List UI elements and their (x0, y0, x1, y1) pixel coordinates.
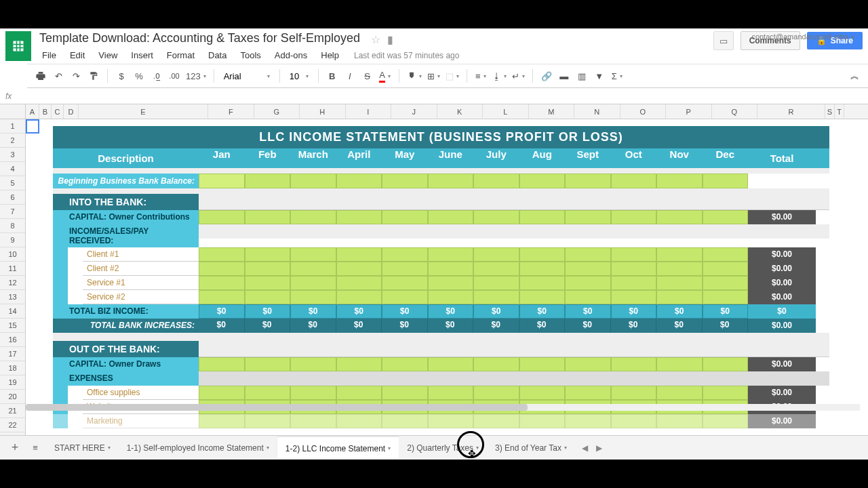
cell[interactable] (473, 174, 519, 188)
row-header-22[interactable]: 22 (0, 418, 25, 432)
filter-icon[interactable]: ▼ (591, 67, 608, 85)
cell[interactable] (703, 262, 749, 276)
cell[interactable] (565, 276, 611, 290)
column-header-M[interactable]: M (529, 104, 575, 119)
redo-icon[interactable]: ↷ (68, 67, 84, 85)
cell[interactable] (428, 386, 474, 400)
active-cell-a1[interactable] (26, 119, 39, 134)
row-header-4[interactable]: 4 (0, 162, 25, 176)
cell[interactable] (245, 210, 291, 224)
print-icon[interactable] (33, 67, 49, 85)
column-header-T[interactable]: T (835, 104, 844, 119)
cell[interactable] (245, 414, 291, 428)
cell[interactable] (473, 386, 519, 400)
cell[interactable] (656, 414, 703, 428)
cell[interactable] (656, 276, 703, 290)
row-header-19[interactable]: 19 (0, 375, 25, 390)
row-header-6[interactable]: 6 (0, 190, 25, 205)
cell[interactable]: $0 (473, 319, 519, 333)
cell[interactable] (611, 386, 657, 400)
cell[interactable]: $0 (565, 304, 611, 319)
borders-icon[interactable]: ⊞ (425, 67, 442, 85)
cell[interactable] (382, 414, 428, 428)
cell[interactable] (611, 174, 657, 188)
cell[interactable] (565, 290, 611, 304)
cell[interactable] (245, 290, 291, 304)
cell[interactable] (703, 276, 749, 290)
menu-help[interactable]: Help (315, 49, 344, 62)
cell[interactable] (656, 247, 703, 262)
cell[interactable]: $0 (290, 304, 336, 319)
column-header-S[interactable]: S (825, 104, 835, 119)
menu-data[interactable]: Data (203, 49, 232, 62)
text-color-icon[interactable]: A (377, 67, 393, 85)
column-header-J[interactable]: J (391, 104, 437, 119)
cell[interactable] (199, 414, 245, 428)
cell[interactable] (656, 290, 703, 304)
sheet-tab[interactable]: 1-2) LLC Income Statement▾ (277, 437, 399, 459)
vertical-align-icon[interactable]: ⭳ (490, 67, 509, 85)
row-header-3[interactable]: 3 (0, 148, 25, 162)
font-select[interactable]: Arial (220, 68, 274, 84)
cell[interactable] (290, 386, 336, 400)
cell[interactable]: $0 (611, 304, 657, 319)
cell[interactable]: $0 (290, 319, 336, 333)
sheet-tab[interactable]: 3) End of Year Tax▾ (487, 437, 575, 459)
collapse-toolbar-icon[interactable]: ︽ (846, 67, 863, 85)
cell[interactable] (519, 210, 566, 224)
cell[interactable] (245, 247, 291, 262)
cell[interactable] (656, 262, 703, 276)
cell[interactable] (473, 357, 519, 371)
cell[interactable] (703, 414, 749, 428)
cell[interactable] (382, 357, 428, 371)
cell[interactable] (565, 174, 611, 188)
cell[interactable] (656, 174, 703, 188)
cell[interactable] (519, 414, 566, 428)
sheet-tab[interactable]: START HERE▾ (46, 437, 119, 459)
cell[interactable] (290, 174, 336, 188)
tab-dropdown-icon[interactable]: ▾ (267, 445, 269, 451)
cell[interactable] (656, 386, 703, 400)
cell[interactable] (519, 357, 566, 371)
cell[interactable] (565, 247, 611, 262)
cell[interactable] (428, 290, 474, 304)
cell[interactable]: $0 (565, 319, 611, 333)
row-header-11[interactable]: 11 (0, 262, 25, 276)
tab-nav-right-icon[interactable]: ▶ (596, 443, 602, 453)
cell[interactable] (382, 210, 428, 224)
menu-tools[interactable]: Tools (235, 49, 266, 62)
cell[interactable] (473, 414, 519, 428)
tab-dropdown-icon[interactable]: ▾ (564, 445, 567, 451)
cell[interactable] (473, 262, 519, 276)
cell[interactable] (473, 210, 519, 224)
cell[interactable] (336, 247, 382, 262)
cell[interactable] (290, 414, 336, 428)
chart-icon[interactable]: ▥ (574, 67, 590, 85)
scroll-thumb[interactable] (26, 404, 528, 411)
cell[interactable]: $0 (656, 304, 703, 319)
cell[interactable] (611, 414, 657, 428)
cell[interactable] (382, 386, 428, 400)
cell[interactable] (290, 290, 336, 304)
cell[interactable] (428, 174, 474, 188)
cell[interactable] (199, 247, 245, 262)
cell[interactable]: $0 (245, 304, 291, 319)
row-header-2[interactable]: 2 (0, 134, 25, 148)
cell[interactable] (519, 290, 566, 304)
column-header-K[interactable]: K (437, 104, 484, 119)
spreadsheet-grid[interactable]: ABCDEFGHIJKLMNOPQRST 1234567891011121314… (0, 104, 868, 435)
menu-format[interactable]: Format (161, 49, 200, 62)
chat-icon[interactable]: ▭ (713, 31, 734, 50)
cell[interactable] (703, 174, 749, 188)
cell[interactable] (382, 276, 428, 290)
cell[interactable] (245, 386, 291, 400)
cell[interactable] (519, 276, 566, 290)
cell[interactable] (199, 276, 245, 290)
cell[interactable] (336, 386, 382, 400)
tab-nav-left-icon[interactable]: ◀ (582, 443, 588, 453)
cell[interactable]: $0 (428, 304, 474, 319)
cell[interactable] (290, 357, 336, 371)
horizontal-align-icon[interactable]: ≡ (473, 67, 489, 85)
item-label[interactable]: Service #1 (83, 276, 199, 290)
cell-area[interactable]: LLC INCOME STATEMENT (BUSINESS PROFIT OR… (26, 119, 868, 435)
